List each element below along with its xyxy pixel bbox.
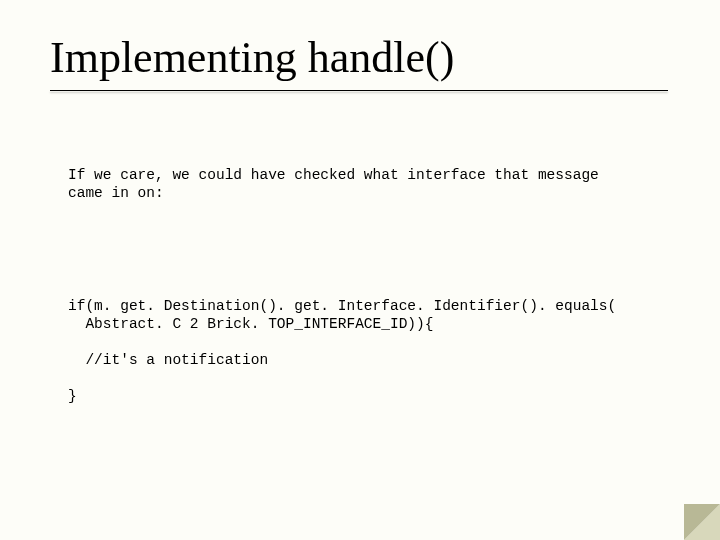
- intro-text: If we care, we could have checked what i…: [68, 166, 658, 202]
- title-underline: [50, 90, 668, 91]
- page-corner-fold: [684, 504, 720, 540]
- slide-body: If we care, we could have checked what i…: [68, 130, 658, 442]
- code-block: if(m. get. Destination(). get. Interface…: [68, 297, 658, 406]
- slide-title: Implementing handle(): [50, 32, 454, 83]
- slide: Implementing handle() If we care, we cou…: [0, 0, 720, 540]
